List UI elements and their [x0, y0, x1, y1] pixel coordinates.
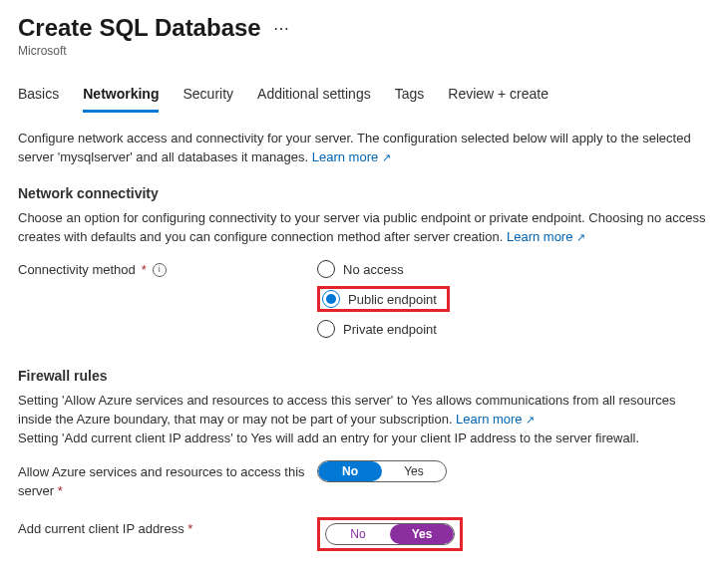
- radio-label: Private endpoint: [343, 322, 437, 337]
- radio-icon: [317, 320, 335, 338]
- external-link-icon: ↗: [526, 414, 535, 426]
- radio-label: No access: [343, 262, 404, 277]
- tab-review-create[interactable]: Review + create: [448, 80, 548, 113]
- highlight-client-ip-toggle: No Yes: [317, 517, 463, 551]
- toggle-no[interactable]: No: [326, 524, 390, 544]
- radio-private-endpoint[interactable]: Private endpoint: [317, 318, 450, 340]
- radio-icon: [317, 260, 335, 278]
- network-connectivity-heading: Network connectivity: [18, 185, 710, 201]
- page-title: Create SQL Database: [18, 14, 261, 42]
- firewall-desc: Setting 'Allow Azure services and resour…: [18, 392, 710, 448]
- connectivity-learn-more-link[interactable]: Learn more ↗: [507, 229, 585, 244]
- required-indicator: *: [187, 521, 192, 536]
- tab-tags[interactable]: Tags: [395, 80, 425, 113]
- toggle-yes[interactable]: Yes: [382, 461, 446, 481]
- external-link-icon: ↗: [576, 231, 585, 243]
- external-link-icon: ↗: [382, 151, 391, 163]
- firewall-desc-b: Setting 'Add current client IP address' …: [18, 430, 639, 445]
- connectivity-desc-body: Choose an option for configuring connect…: [18, 210, 705, 244]
- tab-security[interactable]: Security: [182, 80, 233, 113]
- tab-basics[interactable]: Basics: [18, 80, 59, 113]
- toggle-no[interactable]: No: [318, 461, 382, 481]
- firewall-desc-a: Setting 'Allow Azure services and resour…: [18, 393, 676, 427]
- allow-azure-toggle[interactable]: No Yes: [317, 460, 447, 482]
- connectivity-method-label: Connectivity method: [18, 260, 136, 280]
- radio-label: Public endpoint: [348, 292, 437, 307]
- required-indicator: *: [58, 483, 63, 498]
- firewall-learn-more-link[interactable]: Learn more ↗: [456, 412, 535, 427]
- highlight-public-endpoint: Public endpoint: [317, 286, 450, 312]
- more-actions-icon[interactable]: ⋯: [273, 19, 289, 38]
- toggle-yes[interactable]: Yes: [390, 524, 454, 544]
- client-ip-toggle[interactable]: No Yes: [325, 523, 455, 545]
- page-subtitle: Microsoft: [18, 44, 710, 58]
- firewall-rules-heading: Firewall rules: [18, 368, 710, 384]
- radio-no-access[interactable]: No access: [317, 258, 450, 280]
- connectivity-radio-group: No access Public endpoint Private endpoi…: [317, 258, 450, 340]
- tab-additional-settings[interactable]: Additional settings: [257, 80, 371, 113]
- client-ip-label: Add current client IP address: [18, 521, 184, 536]
- required-indicator: *: [142, 260, 147, 280]
- radio-icon: [322, 290, 340, 308]
- connectivity-desc: Choose an option for configuring connect…: [18, 209, 710, 247]
- tabs: Basics Networking Security Additional se…: [18, 80, 710, 114]
- tab-networking[interactable]: Networking: [83, 80, 159, 113]
- info-icon[interactable]: i: [153, 263, 167, 277]
- intro-learn-more-link[interactable]: Learn more ↗: [312, 149, 391, 164]
- radio-public-endpoint[interactable]: Public endpoint: [322, 290, 437, 308]
- intro-text: Configure network access and connectivit…: [18, 130, 710, 167]
